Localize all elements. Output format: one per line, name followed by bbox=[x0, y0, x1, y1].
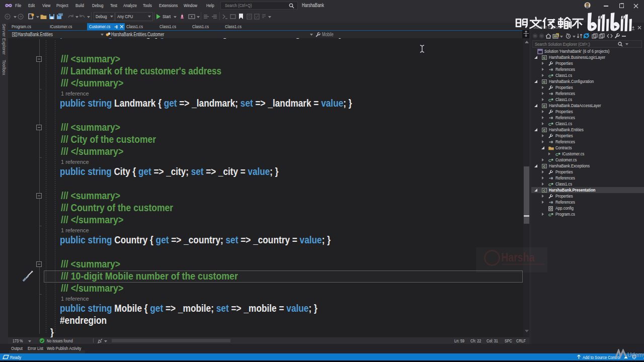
svg-text:C: C bbox=[543, 80, 546, 83]
svg-text:C: C bbox=[548, 212, 551, 217]
svg-text:C: C bbox=[543, 128, 546, 131]
svg-text:C: C bbox=[14, 33, 16, 36]
svg-text:C: C bbox=[543, 56, 546, 59]
svg-text:C: C bbox=[548, 98, 551, 102]
svg-text:C: C bbox=[543, 189, 546, 192]
svg-text:C: C bbox=[548, 122, 551, 126]
svg-text:C: C bbox=[543, 164, 546, 167]
svg-text:C: C bbox=[548, 73, 551, 78]
svg-text:C: C bbox=[555, 152, 558, 156]
svg-text:C: C bbox=[548, 182, 551, 187]
svg-text:C: C bbox=[543, 104, 546, 107]
svg-text:C: C bbox=[548, 158, 551, 162]
